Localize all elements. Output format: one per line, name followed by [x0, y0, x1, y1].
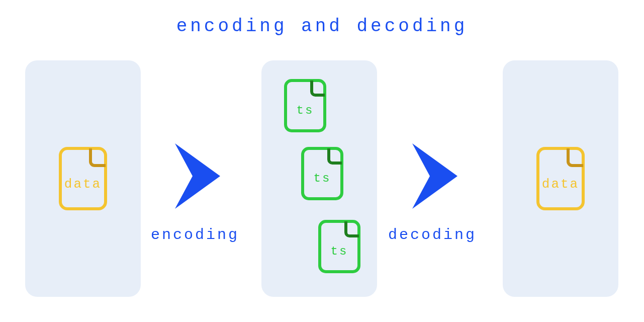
file-label-ts-1: ts: [297, 104, 314, 117]
file-label-ts-2: ts: [314, 172, 331, 185]
file-icon-data-right: data: [503, 60, 618, 297]
arrow-decoding-icon: [402, 138, 478, 214]
panel-input-data: data: [25, 60, 141, 297]
panel-encoded-ts: ts ts ts: [261, 60, 377, 297]
file-label-left: data: [64, 177, 102, 192]
file-label-right: data: [542, 177, 579, 192]
file-icon-data-left: data: [25, 60, 141, 297]
file-icon-ts-group: ts ts ts: [261, 60, 377, 297]
diagram-title: encoding and decoding: [0, 16, 644, 37]
panel-output-data: data: [503, 60, 618, 297]
arrow-encoding-label: encoding: [151, 226, 239, 244]
file-label-ts-3: ts: [331, 245, 348, 258]
arrow-decoding-label: decoding: [388, 226, 477, 244]
arrow-encoding-icon: [165, 138, 240, 214]
